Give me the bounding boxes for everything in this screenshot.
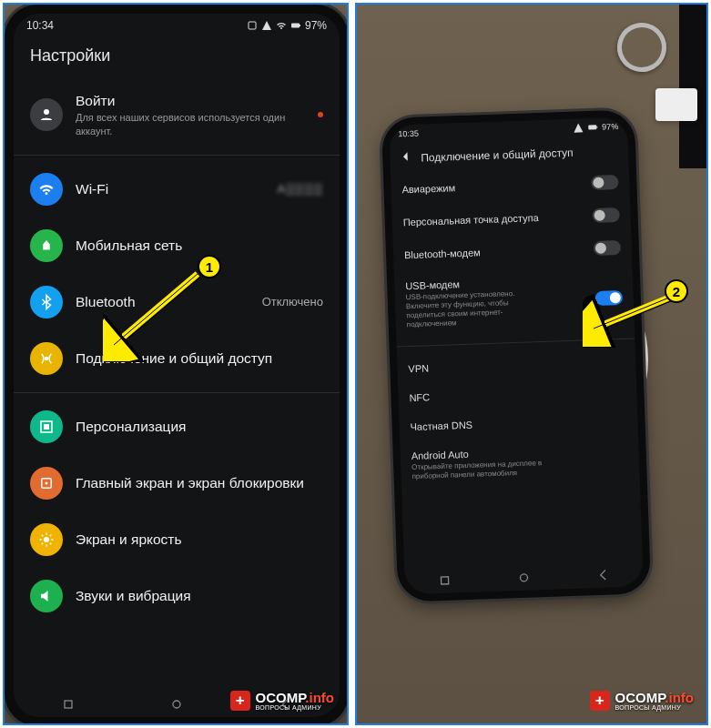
wifi-icon — [30, 173, 63, 206]
marker-2: 2 — [665, 279, 688, 303]
screen-left: 10:34 97% Настройки Войти Для всех наших… — [14, 14, 340, 717]
svg-point-7 — [44, 537, 49, 542]
svg-rect-1 — [291, 24, 300, 28]
back-icon[interactable] — [399, 150, 412, 166]
svg-point-3 — [44, 109, 49, 115]
btt-label: Bluetooth-модем — [404, 247, 481, 260]
svg-rect-12 — [441, 577, 448, 584]
pers-icon — [30, 410, 63, 443]
wifi-label: Wi-Fi — [76, 180, 264, 197]
page-title: Настройки — [14, 37, 340, 80]
phone-left: 10:34 97% Настройки Войти Для всех наших… — [5, 5, 349, 725]
nav-home-icon[interactable] — [169, 697, 184, 712]
watermark: + OCOMP.info ВОПРОСЫ АДМИНУ — [230, 691, 334, 711]
phone-right: 10:35 97% Подключение и общий доступ Ави… — [381, 109, 651, 602]
nav-back-icon[interactable] — [596, 568, 612, 583]
usb-plug-icon — [655, 88, 697, 121]
battery-pct: 97% — [602, 122, 618, 132]
tether-icon — [30, 342, 63, 375]
svg-rect-2 — [300, 25, 300, 26]
svg-point-9 — [173, 701, 180, 708]
svg-rect-0 — [249, 22, 256, 29]
divider — [14, 155, 340, 156]
hotspot-toggle[interactable] — [592, 207, 620, 223]
sound-label: Звуки и вибрация — [76, 587, 323, 604]
battery-icon — [587, 122, 598, 133]
status-icons: 97% — [247, 19, 327, 32]
signin-row[interactable]: Войти Для всех наших сервисов использует… — [14, 80, 340, 149]
battery-icon — [290, 20, 301, 31]
svg-point-13 — [520, 574, 527, 581]
signin-labels: Войти Для всех наших сервисов использует… — [76, 92, 305, 137]
arrow-1-icon — [103, 270, 203, 365]
home-icon — [30, 467, 63, 500]
marker-1: 1 — [198, 255, 221, 278]
wifi-value: A▒▒▒▒ — [277, 182, 323, 196]
nfc-icon — [247, 20, 258, 31]
display-label: Экран и яркость — [76, 531, 323, 548]
svg-rect-8 — [65, 701, 72, 708]
sun-icon — [30, 523, 63, 556]
aa-sub: Открывайте приложения на дисплее в прибо… — [411, 459, 549, 481]
screen-right: 10:35 97% Подключение и общий доступ Ави… — [389, 117, 644, 595]
statusbar: 10:34 97% — [14, 14, 340, 37]
nav-recents-icon[interactable] — [437, 573, 452, 589]
airplane-label: Авиарежим — [401, 182, 455, 195]
svg-point-4 — [45, 357, 49, 361]
sound-icon — [30, 580, 63, 612]
home-label: Главный экран и экран блокировки — [76, 474, 323, 491]
pers-label: Персонализация — [76, 418, 323, 435]
right-panel: 10:35 97% Подключение и общий доступ Ави… — [355, 3, 708, 725]
battery-pct: 97% — [305, 19, 327, 32]
cell-icon — [30, 229, 63, 262]
usb-sub: USB-подключение установлено. Включите эт… — [406, 288, 543, 329]
row-android-auto[interactable]: Android Auto Открывайте приложения на ди… — [400, 433, 640, 490]
row-wifi[interactable]: Wi-Fi A▒▒▒▒ — [14, 161, 340, 217]
row-display[interactable]: Экран и яркость — [14, 511, 340, 568]
row-sound[interactable]: Звуки и вибрация — [14, 568, 340, 624]
cross-icon: + — [590, 691, 610, 711]
watermark: + OCOMP.info ВОПРОСЫ АДМИНУ — [590, 691, 694, 711]
status-time: 10:34 — [26, 19, 54, 32]
mobile-label: Мобильная сеть — [76, 237, 323, 254]
svg-rect-11 — [596, 126, 597, 128]
signin-label: Войти — [76, 92, 305, 109]
row-personalization[interactable]: Персонализация — [14, 399, 340, 455]
wifi-icon — [276, 20, 287, 31]
svg-point-6 — [46, 481, 48, 484]
row-homescreen[interactable]: Главный экран и экран блокировки — [14, 455, 340, 511]
cross-icon: + — [230, 691, 250, 711]
airplane-toggle[interactable] — [591, 175, 619, 190]
sub-title: Подключение и общий доступ — [421, 146, 574, 164]
navbar — [404, 566, 643, 589]
svg-rect-10 — [588, 125, 596, 129]
signal-icon — [261, 20, 272, 31]
arrow-2-icon — [583, 292, 683, 350]
user-icon — [30, 98, 63, 131]
alert-dot-icon — [318, 112, 323, 117]
nav-recents-icon[interactable] — [61, 697, 76, 712]
bluetooth-icon — [30, 286, 63, 318]
status-icons: 97% — [573, 121, 618, 134]
btt-toggle[interactable] — [594, 240, 622, 256]
nav-home-icon[interactable] — [516, 571, 532, 586]
left-panel: 10:34 97% Настройки Войти Для всех наших… — [3, 3, 349, 725]
bt-value: Отключено — [262, 295, 323, 308]
monitor-edge — [679, 5, 706, 168]
divider — [14, 392, 340, 393]
row-mobile[interactable]: Мобильная сеть — [14, 217, 340, 274]
hotspot-label: Персональная точка доступа — [403, 212, 539, 228]
signal-icon — [573, 122, 584, 133]
signin-sub: Для всех наших сервисов используется оди… — [76, 111, 305, 137]
status-time: 10:35 — [398, 129, 419, 139]
